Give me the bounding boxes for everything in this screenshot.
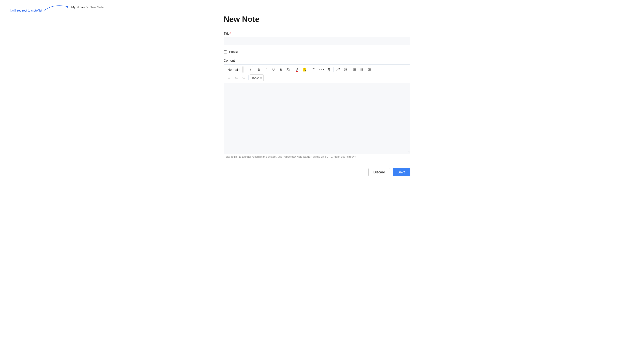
- indent-increase-icon: [242, 76, 246, 80]
- indent-increase-button[interactable]: [241, 74, 247, 81]
- save-button[interactable]: Save: [393, 168, 410, 176]
- indent-list-button[interactable]: [366, 66, 373, 73]
- table-select[interactable]: Table ⬍: [250, 74, 264, 81]
- link-icon: [336, 68, 340, 71]
- breadcrumb: My Notes > New Note: [71, 6, 104, 9]
- ordered-list-button[interactable]: 1. 2. 3.: [351, 66, 358, 73]
- toolbar-row-2: Table ⬍: [226, 74, 408, 81]
- image-icon: [344, 68, 347, 71]
- help-text: Help: To link to another record in the s…: [224, 155, 410, 158]
- action-row: Discard Save: [224, 168, 410, 176]
- annotation-arrow: [44, 4, 71, 12]
- link-button[interactable]: [335, 66, 342, 73]
- public-label: Public: [229, 50, 238, 54]
- blockquote-button[interactable]: " ": [310, 66, 317, 73]
- highlight-button[interactable]: A: [301, 66, 308, 73]
- public-checkbox-row: Public: [224, 50, 410, 54]
- divider-2: [293, 67, 293, 72]
- svg-marker-0: [67, 6, 69, 8]
- title-label: Title*: [224, 32, 410, 35]
- image-button[interactable]: [342, 66, 349, 73]
- code-inline-button[interactable]: </>: [318, 66, 325, 73]
- svg-point-2: [345, 69, 345, 69]
- svg-text:3.: 3.: [353, 70, 354, 71]
- public-checkbox[interactable]: [224, 50, 227, 54]
- align-left-button[interactable]: [226, 74, 233, 81]
- breadcrumb-current: New Note: [90, 6, 104, 9]
- title-field-group: Title*: [224, 32, 410, 45]
- svg-point-12: [360, 68, 361, 69]
- divider-3: [309, 67, 309, 72]
- underline-button[interactable]: U: [270, 66, 277, 73]
- redirect-annotation: It will redirect to /note/list: [10, 9, 42, 12]
- svg-point-13: [360, 69, 361, 70]
- font-color-button[interactable]: A: [294, 66, 301, 73]
- paragraph-button[interactable]: ¶: [326, 66, 332, 73]
- editor-content-area[interactable]: [224, 83, 410, 154]
- unordered-list-button[interactable]: [359, 66, 365, 73]
- strikethrough-button[interactable]: S: [277, 66, 284, 73]
- clear-format-button[interactable]: Fx: [285, 66, 292, 73]
- style-select[interactable]: Normal ⬍: [226, 66, 243, 73]
- editor-toolbar: Normal ⬍ --- ⬍ B I U S: [224, 64, 410, 83]
- title-input[interactable]: [224, 37, 410, 45]
- bold-button[interactable]: B: [255, 66, 262, 73]
- content-label: Content: [224, 59, 410, 62]
- indent-list-icon: [368, 68, 371, 71]
- ordered-list-icon: 1. 2. 3.: [353, 68, 356, 71]
- align-left-icon: [228, 76, 231, 80]
- svg-point-14: [360, 70, 361, 71]
- separator-select[interactable]: --- ⬍: [244, 66, 253, 73]
- discard-button[interactable]: Discard: [368, 168, 390, 176]
- breadcrumb-parent[interactable]: My Notes: [71, 6, 85, 9]
- italic-button[interactable]: I: [263, 66, 270, 73]
- indent-decrease-button[interactable]: [233, 74, 240, 81]
- divider-5: [350, 67, 350, 72]
- breadcrumb-separator: >: [86, 6, 88, 9]
- editor-wrapper: [224, 83, 410, 154]
- indent-decrease-icon: [235, 76, 238, 80]
- resize-handle[interactable]: [407, 150, 410, 154]
- divider-row2: [248, 76, 249, 80]
- divider-4: [333, 67, 334, 72]
- page-title: New Note: [224, 15, 410, 24]
- divider-1: [254, 67, 254, 72]
- svg-line-19: [368, 69, 368, 70]
- unordered-list-icon: [360, 68, 364, 71]
- toolbar-row-1: Normal ⬍ --- ⬍ B I U S: [226, 66, 408, 73]
